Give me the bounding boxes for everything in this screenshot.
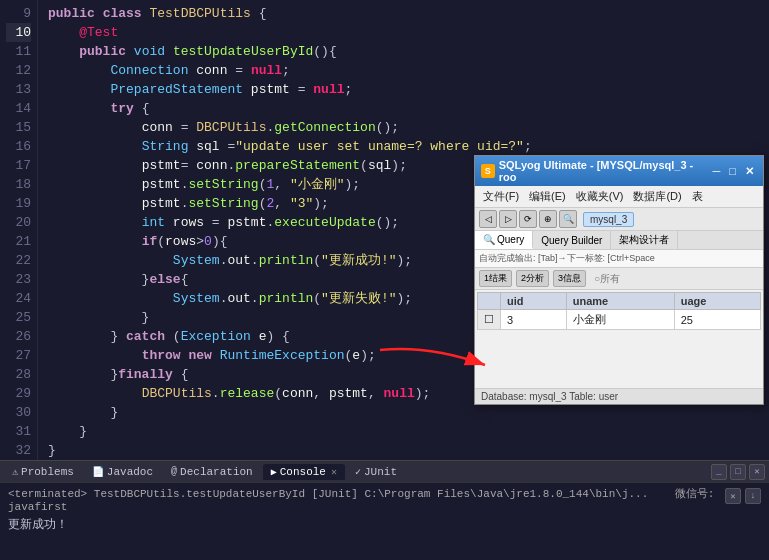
tab-declaration[interactable]: @ Declaration xyxy=(163,464,261,480)
sqlyog-toolbar: ◁ ▷ ⟳ ⊕ 🔍 mysql_3 xyxy=(475,208,763,231)
col-checkbox xyxy=(478,293,501,310)
tb-btn-2[interactable]: ▷ xyxy=(499,210,517,228)
console-icon: ▶ xyxy=(271,466,277,478)
tab-console-label: Console xyxy=(280,466,326,478)
menu-file[interactable]: 文件(F) xyxy=(479,188,523,205)
sqlyog-query-tabs: 🔍Query Query Builder 架构设计者 xyxy=(475,231,763,250)
declaration-icon: @ xyxy=(171,466,177,477)
tb-btn-3[interactable]: ⟳ xyxy=(519,210,537,228)
row-checkbox[interactable]: ☐ xyxy=(478,310,501,330)
console-right-icons: ✕ ↓ xyxy=(725,488,761,504)
tab-javadoc-label: Javadoc xyxy=(107,466,153,478)
minimize-console-btn[interactable]: _ xyxy=(711,464,727,480)
result-table-container: uid uname uage ☐ 3 小金刚 25 xyxy=(475,290,763,332)
btn-1result[interactable]: 1结果 xyxy=(479,270,512,287)
cell-uage: 25 xyxy=(674,310,760,330)
col-uname: uname xyxy=(566,293,674,310)
table-row: ☐ 3 小金刚 25 xyxy=(478,310,761,330)
code-editor[interactable]: 9 10 11 12 13 14 15 16 17 18 19 20 21 22… xyxy=(0,0,769,460)
col-uid: uid xyxy=(501,293,567,310)
console-clear-btn[interactable]: ✕ xyxy=(725,488,741,504)
junit-icon: ✓ xyxy=(355,466,361,478)
javadoc-icon: 📄 xyxy=(92,466,104,478)
console-scroll-btn[interactable]: ↓ xyxy=(745,488,761,504)
tab-junit-label: JUnit xyxy=(364,466,397,478)
cell-uname: 小金刚 xyxy=(566,310,674,330)
database-selector[interactable]: mysql_3 xyxy=(583,212,634,227)
sqlyog-icon: S xyxy=(481,164,495,178)
sqlyog-title-text: SQLyog Ultimate - [MYSQL/mysql_3 - roo xyxy=(499,159,710,183)
sqlyog-statusbar: Database: mysql_3 Table: user xyxy=(475,388,763,404)
console-output: 更新成功！ xyxy=(8,516,761,533)
sqlyog-window[interactable]: S SQLyog Ultimate - [MYSQL/mysql_3 - roo… xyxy=(474,155,764,405)
tab-schema-designer[interactable]: 架构设计者 xyxy=(611,231,678,249)
sqlyog-titlebar: S SQLyog Ultimate - [MYSQL/mysql_3 - roo… xyxy=(475,156,763,186)
sqlyog-hint: 自动完成输出: [Tab]→下一标签: [Ctrl+Space xyxy=(475,250,763,268)
cell-uid: 3 xyxy=(501,310,567,330)
result-toolbar: 1结果 2分析 3信息 ○所有 xyxy=(475,268,763,290)
tab-javadoc[interactable]: 📄 Javadoc xyxy=(84,464,161,480)
console-area: <terminated> TestDBCPUtils.testUpdateUse… xyxy=(0,482,769,560)
tab-query-builder[interactable]: Query Builder xyxy=(533,231,611,249)
line-numbers: 9 10 11 12 13 14 15 16 17 18 19 20 21 22… xyxy=(0,0,38,460)
col-uage: uage xyxy=(674,293,760,310)
tab-problems-label: Problems xyxy=(21,466,74,478)
tab-junit[interactable]: ✓ JUnit xyxy=(347,464,405,480)
menu-favorites[interactable]: 收藏夹(V) xyxy=(572,188,628,205)
tb-btn-1[interactable]: ◁ xyxy=(479,210,497,228)
bottom-tabs-bar: ⚠ Problems 📄 Javadoc @ Declaration ▶ Con… xyxy=(0,460,769,482)
tab-query[interactable]: 🔍Query xyxy=(475,231,533,249)
menu-table[interactable]: 表 xyxy=(688,188,707,205)
tab-declaration-label: Declaration xyxy=(180,466,253,478)
problems-icon: ⚠ xyxy=(12,466,18,478)
menu-database[interactable]: 数据库(D) xyxy=(629,188,685,205)
sqlyog-menubar: 文件(F) 编辑(E) 收藏夹(V) 数据库(D) 表 xyxy=(475,186,763,208)
red-arrow xyxy=(370,340,500,380)
console-terminated-line: <terminated> TestDBCPUtils.testUpdateUse… xyxy=(8,486,761,513)
tab-console[interactable]: ▶ Console ✕ xyxy=(263,464,345,480)
tb-btn-4[interactable]: ⊕ xyxy=(539,210,557,228)
btn-3info[interactable]: 3信息 xyxy=(553,270,586,287)
tab-problems[interactable]: ⚠ Problems xyxy=(4,464,82,480)
result-table: uid uname uage ☐ 3 小金刚 25 xyxy=(477,292,761,330)
maximize-console-btn[interactable]: □ xyxy=(730,464,746,480)
btn-2analyze[interactable]: 2分析 xyxy=(516,270,549,287)
console-close-icon[interactable]: ✕ xyxy=(331,466,337,478)
tb-btn-5[interactable]: 🔍 xyxy=(559,210,577,228)
close-console-btn[interactable]: ✕ xyxy=(749,464,765,480)
menu-edit[interactable]: 编辑(E) xyxy=(525,188,570,205)
